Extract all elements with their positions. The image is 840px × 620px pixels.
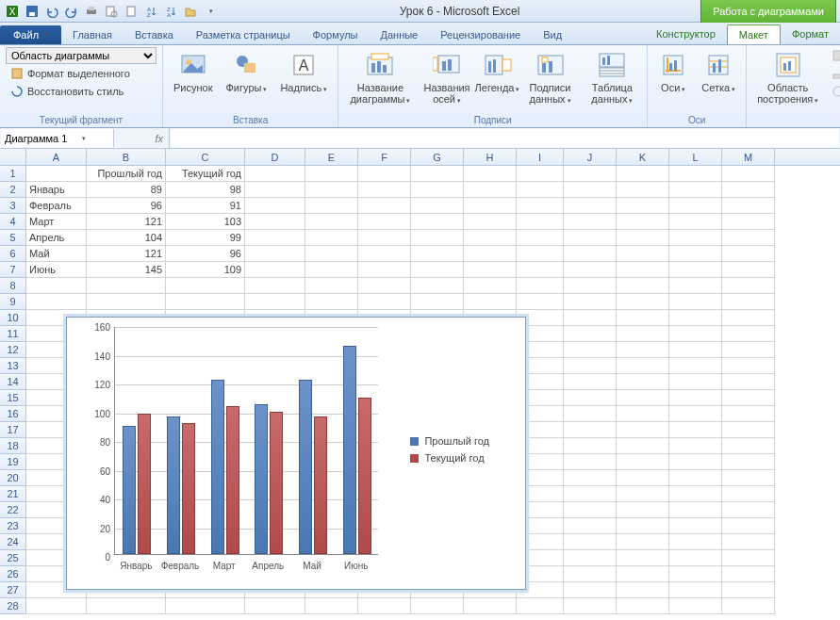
tab-Разметка страницы[interactable]: Разметка страницы [185,25,302,44]
cell-K1[interactable] [617,166,669,182]
tab-Вставка[interactable]: Вставка [124,25,185,44]
cell-K7[interactable] [617,262,669,278]
col-header-D[interactable]: D [245,149,305,165]
axis-titles-button[interactable]: Названия осей▾ [420,47,474,107]
cell-F3[interactable] [358,198,411,214]
cell-J9[interactable] [564,294,617,310]
cell-I3[interactable] [517,198,564,214]
cell-J22[interactable] [564,502,617,518]
cell-L12[interactable] [669,342,722,358]
reset-style-button[interactable]: Восстановить стиль [6,83,156,100]
cell-D4[interactable] [245,214,305,230]
cell-J18[interactable] [564,438,617,454]
redo-icon[interactable] [63,3,80,20]
row-header-20[interactable]: 20 [0,470,26,486]
cell-M24[interactable] [722,534,775,550]
row-header-14[interactable]: 14 [0,374,26,390]
qat-customize-icon[interactable]: ▾ [202,3,219,20]
row-header-10[interactable]: 10 [0,310,26,326]
cell-D2[interactable] [245,182,305,198]
cell-M2[interactable] [722,182,775,198]
tab-Макет[interactable]: Макет [727,24,781,44]
cell-F6[interactable] [358,246,411,262]
cell-M18[interactable] [722,438,775,454]
plot-area-button[interactable]: Область построения▾ [752,47,823,107]
cell-K27[interactable] [617,582,669,598]
cell-J10[interactable] [564,310,617,326]
row-header-27[interactable]: 27 [0,582,26,598]
cell-J15[interactable] [564,390,617,406]
cell-B7[interactable]: 145 [87,262,166,278]
cell-K22[interactable] [617,502,669,518]
cell-J26[interactable] [564,566,617,582]
col-header-E[interactable]: E [305,149,358,165]
cell-F28[interactable] [358,598,411,614]
cell-I6[interactable] [517,246,564,262]
cell-B8[interactable] [87,278,166,294]
cell-K14[interactable] [617,374,669,390]
name-box[interactable]: ▾ [1,129,114,147]
row-header-11[interactable]: 11 [0,326,26,342]
tab-Формат[interactable]: Формат [781,24,840,44]
cell-G28[interactable] [411,598,464,614]
cell-C3[interactable]: 91 [166,198,245,214]
cell-I9[interactable] [517,294,564,310]
cell-H8[interactable] [464,278,517,294]
cell-K12[interactable] [617,342,669,358]
cell-K15[interactable] [617,390,669,406]
col-header-F[interactable]: F [358,149,411,165]
print-preview-icon[interactable] [103,3,120,20]
data-table-button[interactable]: Таблица данных▾ [584,47,642,107]
cell-M23[interactable] [722,518,775,534]
cell-E8[interactable] [305,278,358,294]
cell-M8[interactable] [722,278,775,294]
cell-I28[interactable] [517,598,564,614]
col-header-B[interactable]: B [87,149,166,165]
cell-G7[interactable] [411,262,464,278]
cell-A9[interactable] [26,294,87,310]
cell-J12[interactable] [564,342,617,358]
cell-E6[interactable] [305,246,358,262]
row-header-8[interactable]: 8 [0,278,26,294]
picture-button[interactable]: Рисунок [169,47,218,96]
cell-B28[interactable] [87,598,166,614]
row-header-26[interactable]: 26 [0,566,26,582]
data-labels-button[interactable]: Подписи данных▾ [521,47,580,107]
cell-K25[interactable] [617,550,669,566]
cell-G8[interactable] [411,278,464,294]
cell-L3[interactable] [669,198,722,214]
cell-H7[interactable] [464,262,517,278]
row-header-3[interactable]: 3 [0,198,26,214]
row-header-28[interactable]: 28 [0,598,26,614]
cell-E9[interactable] [305,294,358,310]
bar-Прошлый год-Май[interactable] [299,380,312,554]
cell-L4[interactable] [669,214,722,230]
cell-J8[interactable] [564,278,617,294]
cell-L28[interactable] [669,598,722,614]
cell-C9[interactable] [166,294,245,310]
cell-G1[interactable] [411,166,464,182]
cell-M11[interactable] [722,326,775,342]
cell-J17[interactable] [564,422,617,438]
cell-J4[interactable] [564,214,617,230]
cell-M12[interactable] [722,342,775,358]
cell-A5[interactable]: Апрель [26,230,87,246]
cell-I4[interactable] [517,214,564,230]
fx-label[interactable]: fx [115,128,170,148]
axes-button[interactable]: Оси▾ [653,47,693,96]
cell-H28[interactable] [464,598,517,614]
bar-Текущий год-Январь[interactable] [138,414,151,554]
cell-L27[interactable] [669,582,722,598]
row-header-19[interactable]: 19 [0,454,26,470]
cell-L20[interactable] [669,470,722,486]
cell-L17[interactable] [669,422,722,438]
cell-K21[interactable] [617,486,669,502]
cell-J14[interactable] [564,374,617,390]
cell-K17[interactable] [617,422,669,438]
cell-K16[interactable] [617,406,669,422]
cell-M7[interactable] [722,262,775,278]
bar-Прошлый год-Март[interactable] [211,380,224,554]
cell-I5[interactable] [517,230,564,246]
cell-K23[interactable] [617,518,669,534]
cell-F8[interactable] [358,278,411,294]
